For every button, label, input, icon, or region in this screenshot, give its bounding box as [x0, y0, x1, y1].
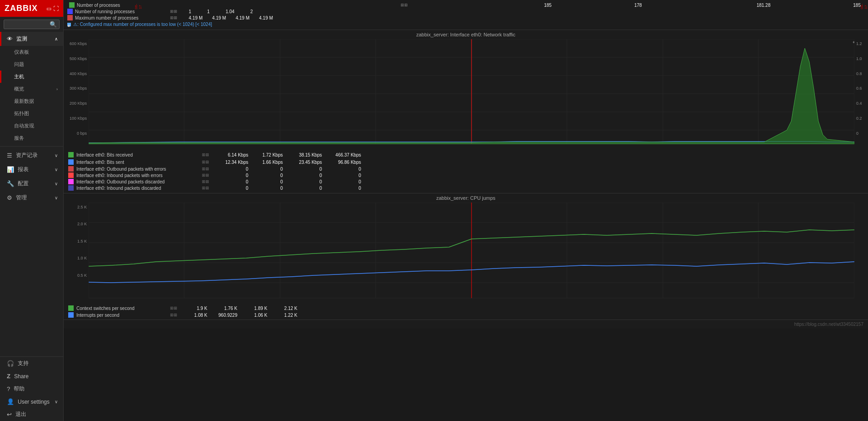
cpu-val-1-4: 2.12 K	[270, 306, 297, 311]
processes-section: 06-17 06-17 Number of processes ⊞⊞ 185 1…	[64, 0, 868, 30]
network-traffic-section: zabbix_server: Interface eth0: Network t…	[64, 30, 868, 193]
cpu-y-10k: 1.0 K	[77, 256, 87, 260]
sidebar-item-dashboard[interactable]: 仪表板	[0, 46, 63, 58]
net-val-4-1: 0	[216, 173, 248, 178]
sidebar-item-problems[interactable]: 问题	[0, 58, 63, 71]
cpu-label-1: Context switches per second	[76, 306, 167, 311]
sidebar-item-share[interactable]: Z Share	[0, 370, 63, 382]
logo: ZABBIX	[5, 4, 38, 13]
logout-icon: ↩	[7, 411, 12, 418]
support-label: 支持	[18, 360, 29, 367]
y-label-300: 300 Kbps	[70, 86, 87, 91]
user-icon: 👤	[7, 398, 14, 405]
net-val-5-4: 0	[325, 179, 361, 184]
sidebar-item-hosts[interactable]: 主机	[0, 71, 63, 83]
network-chart-wrapper: 600 Kbps 500 Kbps 400 Kbps 300 Kbps 200 …	[64, 39, 868, 149]
sidebar-item-user-settings[interactable]: 👤 User settings ∨	[0, 396, 63, 408]
logo-area: ZABBIX ▭ ⛶	[0, 0, 63, 17]
cpu-jumps-section: zabbix_server: CPU jumps 2.5 K 2.0 K 1.5…	[64, 193, 868, 329]
network-chart-title: zabbix_server: Interface eth0: Network t…	[64, 30, 868, 39]
network-svg: 12:34 12:36 12:38 12:40 12:42 12:44 12:4…	[89, 39, 854, 148]
net-label-1: Interface eth0: Bits received	[76, 152, 199, 157]
warn-icon: ●	[67, 23, 71, 26]
net-icon-5: ⊞⊞	[202, 179, 209, 184]
net-label-3: Interface eth0: Outbound packets with er…	[76, 167, 199, 172]
net-val-5-3: 0	[286, 179, 322, 184]
nav-section: 👁 监测 ∧ 仪表板 问题 主机 概览 › 最新数据 拓扑图 自动发现 服务	[0, 32, 63, 356]
sidebar-item-overview[interactable]: 概览 ›	[0, 83, 63, 95]
admin-label: 管理	[16, 194, 27, 202]
y-label-200: 200 Kbps	[70, 101, 87, 106]
proc-val-3-4: 4.19 M	[259, 15, 273, 20]
sidebar-item-latest[interactable]: 最新数据	[0, 95, 63, 107]
overview-label: 概览	[14, 86, 24, 92]
net-label-5: Interface eth0: Outbound packets discard…	[76, 179, 199, 184]
net-val-6-3: 0	[286, 186, 322, 191]
minimize-icon[interactable]: ▭	[46, 5, 51, 12]
chevron-down-icon-reports: ∨	[55, 167, 58, 172]
dashboard-label: 仪表板	[14, 49, 29, 56]
proc-val-1-3: 181.28	[646, 2, 774, 8]
sidebar-item-label: 监测	[16, 35, 27, 43]
net-label-4: Interface eth0: Inbound packets with err…	[76, 173, 199, 178]
sidebar-item-config[interactable]: 🔧 配置 ∨	[0, 177, 63, 191]
proc-label-1: Number of processes	[77, 3, 120, 8]
expand-icon[interactable]: ⛶	[53, 5, 59, 12]
problems-label: 问题	[14, 61, 24, 68]
y-right-04: 0.4	[856, 101, 862, 106]
cpu-svg: 12:34 12:36 12:38 12:40 12:42 12:44 12:4…	[89, 203, 854, 303]
hosts-label: 主机	[14, 73, 24, 80]
sidebar-item-reports[interactable]: 📊 报表 ∨	[0, 162, 63, 177]
proc-icon-2: ⊞⊞	[170, 9, 177, 14]
sidebar-item-admin[interactable]: ⚙ 管理 ∨	[0, 191, 63, 205]
warning-text: ⚠: Configured max number of processes is…	[73, 22, 212, 27]
net-val-1-1: 6.14 Kbps	[216, 152, 248, 157]
y-right-08: 0.8	[856, 71, 862, 76]
sidebar-item-help[interactable]: ? 帮助	[0, 382, 63, 396]
sidebar-item-assets[interactable]: ☰ 资产记录 ∨	[0, 148, 63, 162]
cpu-y-right	[859, 203, 868, 290]
latest-label: 最新数据	[14, 98, 34, 105]
search-input[interactable]	[6, 22, 50, 27]
sidebar-item-logout[interactable]: ↩ 退出	[0, 408, 63, 421]
net-legend-4: Interface eth0: Inbound packets with err…	[68, 172, 863, 178]
cpu-label-2: Interrupts per second	[76, 313, 167, 318]
y-label-600: 600 Kbps	[70, 41, 87, 46]
scrollable-main[interactable]: zabbix_server: Interface eth0: Network t…	[64, 30, 868, 421]
net-val-2-2: 1.66 Kbps	[251, 160, 283, 165]
topology-label: 拓扑图	[14, 110, 29, 117]
net-color-2	[68, 159, 74, 165]
net-color-3	[68, 166, 74, 172]
net-legend-1: Interface eth0: Bits received ⊞⊞ 6.14 Kb…	[68, 151, 863, 158]
net-legend-5: Interface eth0: Outbound packets discard…	[68, 178, 863, 185]
share-icon: Z	[7, 373, 10, 380]
sidebar-item-topology[interactable]: 拓扑图	[0, 107, 63, 120]
cpu-chart-legend: Context switches per second ⊞⊞ 1.9 K 1.7…	[64, 304, 868, 320]
proc-val-1-2: 178	[555, 2, 645, 8]
net-icon-3: ⊞⊞	[202, 167, 209, 171]
net-legend-3: Interface eth0: Outbound packets with er…	[68, 166, 863, 172]
proc-color-1	[69, 2, 75, 8]
cpu-val-2-4: 1.22 K	[270, 313, 297, 318]
net-val-5-1: 0	[216, 179, 248, 184]
url-text: https://blog.csdn.net/wt334502157	[794, 322, 863, 327]
chevron-down-icon-assets: ∨	[55, 153, 58, 158]
sidebar-item-autodiscover[interactable]: 自动发现	[0, 120, 63, 132]
footer-url: https://blog.csdn.net/wt334502157	[64, 320, 868, 329]
search-icon[interactable]: 🔍	[50, 21, 57, 28]
sidebar-item-services[interactable]: 服务	[0, 132, 63, 144]
config-icon: 🔧	[7, 180, 14, 187]
cpu-y-left: 2.5 K 2.0 K 1.5 K 1.0 K 0.5 K	[64, 203, 89, 290]
cpu-icon-2: ⊞⊞	[170, 313, 177, 317]
sidebar-item-monitor[interactable]: 👁 监测 ∧	[0, 32, 63, 46]
net-val-3-2: 0	[251, 167, 283, 172]
sidebar-item-support[interactable]: 🎧 支持	[0, 357, 63, 370]
search-box[interactable]: 🔍	[4, 20, 60, 29]
network-y-left: 600 Kbps 500 Kbps 400 Kbps 300 Kbps 200 …	[64, 39, 89, 136]
cpu-chart-wrapper: 2.5 K 2.0 K 1.5 K 1.0 K 0.5 K	[64, 203, 868, 304]
help-icon: ?	[7, 385, 10, 392]
y-right-02: 0.2	[856, 116, 862, 121]
net-val-5-2: 0	[251, 179, 283, 184]
network-chart-legend: Interface eth0: Bits received ⊞⊞ 6.14 Kb…	[64, 149, 868, 193]
proc-label-2: Number of running processes	[75, 9, 166, 14]
